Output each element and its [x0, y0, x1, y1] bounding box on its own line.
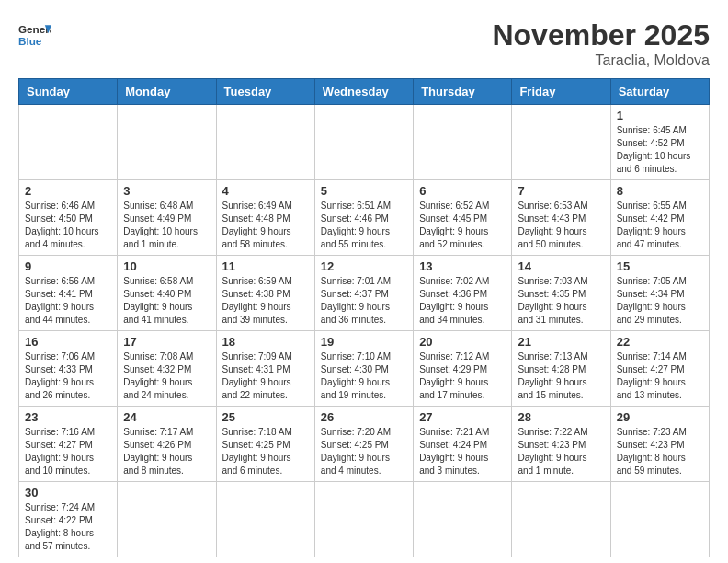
- calendar-cell: [118, 482, 216, 557]
- day-number: 17: [123, 335, 210, 349]
- day-number: 6: [419, 184, 506, 198]
- day-info: Sunrise: 7:09 AM Sunset: 4:31 PM Dayligh…: [222, 350, 309, 402]
- calendar-cell: 18Sunrise: 7:09 AM Sunset: 4:31 PM Dayli…: [216, 331, 314, 407]
- day-number: 3: [123, 184, 210, 198]
- month-title: November 2025: [492, 18, 710, 52]
- day-info: Sunrise: 7:22 AM Sunset: 4:23 PM Dayligh…: [518, 426, 604, 477]
- day-number: 25: [222, 410, 309, 424]
- calendar-cell: 19Sunrise: 7:10 AM Sunset: 4:30 PM Dayli…: [314, 331, 413, 407]
- calendar-cell: 3Sunrise: 6:48 AM Sunset: 4:49 PM Daylig…: [118, 180, 216, 256]
- calendar-week-1: 1Sunrise: 6:45 AM Sunset: 4:52 PM Daylig…: [19, 105, 710, 180]
- calendar-cell: 6Sunrise: 6:52 AM Sunset: 4:45 PM Daylig…: [414, 180, 512, 256]
- day-number: 19: [321, 335, 407, 349]
- header-wednesday: Wednesday: [314, 79, 413, 105]
- day-number: 21: [518, 335, 604, 349]
- day-info: Sunrise: 6:45 AM Sunset: 4:52 PM Dayligh…: [617, 124, 703, 176]
- calendar-cell: 28Sunrise: 7:22 AM Sunset: 4:23 PM Dayli…: [512, 407, 610, 482]
- calendar-cell: 29Sunrise: 7:23 AM Sunset: 4:23 PM Dayli…: [610, 407, 709, 482]
- day-number: 16: [25, 335, 111, 349]
- day-info: Sunrise: 7:03 AM Sunset: 4:35 PM Dayligh…: [518, 275, 604, 327]
- day-info: Sunrise: 6:56 AM Sunset: 4:41 PM Dayligh…: [25, 275, 111, 327]
- calendar-cell: 12Sunrise: 7:01 AM Sunset: 4:37 PM Dayli…: [314, 256, 413, 331]
- calendar-cell: 8Sunrise: 6:55 AM Sunset: 4:42 PM Daylig…: [610, 180, 709, 256]
- day-info: Sunrise: 7:20 AM Sunset: 4:25 PM Dayligh…: [321, 426, 407, 477]
- calendar-cell: [414, 105, 512, 180]
- day-number: 7: [518, 184, 604, 198]
- day-info: Sunrise: 7:23 AM Sunset: 4:23 PM Dayligh…: [617, 426, 703, 477]
- page-header: General Blue November 2025 Taraclia, Mol…: [18, 18, 710, 69]
- title-block: November 2025 Taraclia, Moldova: [492, 18, 710, 69]
- svg-text:Blue: Blue: [18, 35, 42, 47]
- calendar-cell: 1Sunrise: 6:45 AM Sunset: 4:52 PM Daylig…: [610, 105, 709, 180]
- header-friday: Friday: [512, 79, 610, 105]
- calendar-cell: [216, 105, 314, 180]
- calendar-cell: 16Sunrise: 7:06 AM Sunset: 4:33 PM Dayli…: [19, 331, 118, 407]
- calendar-cell: [414, 482, 512, 557]
- day-number: 11: [222, 259, 309, 273]
- calendar-cell: 21Sunrise: 7:13 AM Sunset: 4:28 PM Dayli…: [512, 331, 610, 407]
- day-info: Sunrise: 7:16 AM Sunset: 4:27 PM Dayligh…: [25, 426, 111, 477]
- calendar-cell: [314, 482, 413, 557]
- header-thursday: Thursday: [414, 79, 512, 105]
- day-info: Sunrise: 6:48 AM Sunset: 4:49 PM Dayligh…: [123, 200, 210, 251]
- day-number: 20: [419, 335, 506, 349]
- day-info: Sunrise: 7:10 AM Sunset: 4:30 PM Dayligh…: [321, 350, 407, 402]
- day-number: 2: [25, 184, 111, 198]
- calendar-cell: 17Sunrise: 7:08 AM Sunset: 4:32 PM Dayli…: [118, 331, 216, 407]
- day-number: 5: [321, 184, 407, 198]
- location-subtitle: Taraclia, Moldova: [492, 52, 710, 69]
- day-number: 24: [123, 410, 210, 424]
- day-info: Sunrise: 6:49 AM Sunset: 4:48 PM Dayligh…: [222, 200, 309, 251]
- day-number: 29: [617, 410, 703, 424]
- day-info: Sunrise: 7:17 AM Sunset: 4:26 PM Dayligh…: [123, 426, 210, 477]
- calendar-cell: 5Sunrise: 6:51 AM Sunset: 4:46 PM Daylig…: [314, 180, 413, 256]
- day-info: Sunrise: 6:51 AM Sunset: 4:46 PM Dayligh…: [321, 200, 407, 251]
- day-number: 27: [419, 410, 506, 424]
- day-number: 9: [25, 259, 111, 273]
- calendar-cell: [19, 105, 118, 180]
- day-info: Sunrise: 6:52 AM Sunset: 4:45 PM Dayligh…: [419, 200, 506, 251]
- calendar-cell: 15Sunrise: 7:05 AM Sunset: 4:34 PM Dayli…: [610, 256, 709, 331]
- calendar-cell: 10Sunrise: 6:58 AM Sunset: 4:40 PM Dayli…: [118, 256, 216, 331]
- calendar-cell: 26Sunrise: 7:20 AM Sunset: 4:25 PM Dayli…: [314, 407, 413, 482]
- calendar-cell: [512, 105, 610, 180]
- calendar-cell: 22Sunrise: 7:14 AM Sunset: 4:27 PM Dayli…: [610, 331, 709, 407]
- calendar-week-3: 9Sunrise: 6:56 AM Sunset: 4:41 PM Daylig…: [19, 256, 710, 331]
- calendar-cell: 4Sunrise: 6:49 AM Sunset: 4:48 PM Daylig…: [216, 180, 314, 256]
- day-number: 12: [321, 259, 407, 273]
- day-info: Sunrise: 7:13 AM Sunset: 4:28 PM Dayligh…: [518, 350, 604, 402]
- header-sunday: Sunday: [19, 79, 118, 105]
- day-number: 10: [123, 259, 210, 273]
- calendar-cell: 11Sunrise: 6:59 AM Sunset: 4:38 PM Dayli…: [216, 256, 314, 331]
- logo-icon: General Blue: [18, 18, 51, 52]
- day-info: Sunrise: 7:01 AM Sunset: 4:37 PM Dayligh…: [321, 275, 407, 327]
- header-tuesday: Tuesday: [216, 79, 314, 105]
- day-number: 15: [617, 259, 703, 273]
- calendar-cell: 2Sunrise: 6:46 AM Sunset: 4:50 PM Daylig…: [19, 180, 118, 256]
- day-info: Sunrise: 6:58 AM Sunset: 4:40 PM Dayligh…: [123, 275, 210, 327]
- day-number: 14: [518, 259, 604, 273]
- calendar-cell: [314, 105, 413, 180]
- header-monday: Monday: [118, 79, 216, 105]
- calendar-cell: [118, 105, 216, 180]
- day-info: Sunrise: 7:05 AM Sunset: 4:34 PM Dayligh…: [617, 275, 703, 327]
- calendar-week-4: 16Sunrise: 7:06 AM Sunset: 4:33 PM Dayli…: [19, 331, 710, 407]
- calendar-cell: 20Sunrise: 7:12 AM Sunset: 4:29 PM Dayli…: [414, 331, 512, 407]
- calendar-cell: 27Sunrise: 7:21 AM Sunset: 4:24 PM Dayli…: [414, 407, 512, 482]
- calendar-cell: 14Sunrise: 7:03 AM Sunset: 4:35 PM Dayli…: [512, 256, 610, 331]
- day-number: 26: [321, 410, 407, 424]
- calendar-cell: 25Sunrise: 7:18 AM Sunset: 4:25 PM Dayli…: [216, 407, 314, 482]
- day-number: 4: [222, 184, 309, 198]
- day-number: 22: [617, 335, 703, 349]
- day-info: Sunrise: 7:02 AM Sunset: 4:36 PM Dayligh…: [419, 275, 506, 327]
- day-number: 28: [518, 410, 604, 424]
- day-info: Sunrise: 7:08 AM Sunset: 4:32 PM Dayligh…: [123, 350, 210, 402]
- calendar-cell: 7Sunrise: 6:53 AM Sunset: 4:43 PM Daylig…: [512, 180, 610, 256]
- calendar-cell: 23Sunrise: 7:16 AM Sunset: 4:27 PM Dayli…: [19, 407, 118, 482]
- logo: General Blue: [18, 18, 51, 52]
- day-number: 23: [25, 410, 111, 424]
- day-info: Sunrise: 7:21 AM Sunset: 4:24 PM Dayligh…: [419, 426, 506, 477]
- header-saturday: Saturday: [610, 79, 709, 105]
- calendar-cell: 13Sunrise: 7:02 AM Sunset: 4:36 PM Dayli…: [414, 256, 512, 331]
- day-number: 1: [617, 109, 703, 122]
